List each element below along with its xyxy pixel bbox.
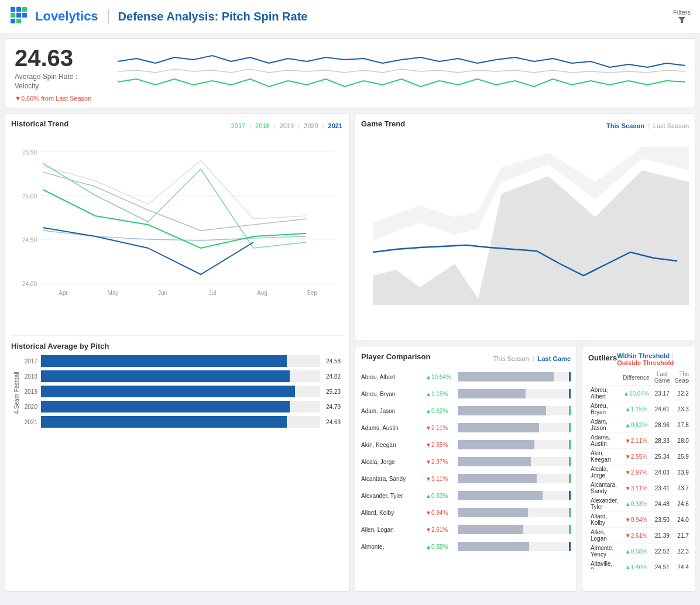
outlier-diff: ▼2.55%: [620, 449, 651, 465]
table-row: Abreu, Bryan ▲1.15% 24.61 23.39 24.33: [588, 401, 689, 417]
outlier-name: Altaville, Dan: [588, 559, 620, 569]
outlier-this-season: 23.73: [672, 480, 689, 496]
kpi-value: 24.63: [15, 45, 108, 71]
bar-outer-2021: [41, 416, 320, 428]
outlier-diff: ▲1.40%: [620, 559, 651, 569]
pc-bar-abreu-bryan: [458, 389, 571, 398]
outlier-this-season: 22.39: [672, 544, 689, 559]
bottom-panels: Player Comparison This Season | Last Gam…: [355, 346, 695, 592]
pc-scroll-area[interactable]: Abreu, Albert ▲10.64% Abreu, Bryan ▲1.15…: [361, 369, 571, 556]
pitch-section-title: Historical Average by Pitch: [11, 342, 344, 350]
table-row: Akin, Keegan ▼2.55% 25.34 25.93 26.01: [588, 449, 689, 465]
svg-text:Aug: Aug: [257, 290, 267, 296]
outlier-last-game: 28.96: [652, 417, 672, 433]
pc-bar-almonte: [458, 542, 571, 551]
filters-button[interactable]: Filters: [673, 9, 691, 24]
bar-value-2019: 25.23: [326, 389, 344, 395]
logo-text: Lovelytics: [35, 9, 98, 24]
bar-year-2021: 2021: [20, 419, 37, 425]
svg-rect-3: [11, 13, 15, 18]
pc-bar-adams-austin: [458, 423, 571, 432]
pc-bar-adam-jason: [458, 406, 571, 415]
outlier-diff: ▼2.61%: [620, 528, 651, 544]
outlier-last-game: 21.39: [652, 528, 672, 544]
bar-value-2017: 24.58: [326, 358, 344, 365]
table-row: Allen, Logan ▼2.61% 21.39 21.78 21.96: [588, 528, 689, 544]
header: Lovelytics Defense Analysis: Pitch Spin …: [0, 0, 700, 33]
season-toggle: This Season | Last Season: [606, 122, 689, 129]
kpi-section: 24.63 Average Spin Rate : Velocity ▼0.66…: [5, 38, 695, 108]
outlier-name: Alcantara, Sandy: [588, 480, 620, 496]
svg-text:25.00: 25.00: [22, 193, 37, 200]
outlier-scroll-area[interactable]: Difference Last Game This Season Last Se…: [588, 370, 689, 569]
pc-title: Player Comparison: [361, 352, 431, 361]
threshold-outside[interactable]: Outside Threshold: [617, 359, 674, 366]
outlier-name: Abreu, Albert: [588, 386, 620, 401]
svg-rect-7: [16, 19, 21, 23]
outlier-this-season: 27.84: [672, 417, 689, 433]
outlier-header: Outliers Within Threshold | Outside Thre…: [588, 352, 689, 366]
svg-text:Apr: Apr: [59, 290, 68, 296]
outlier-this-season: 24.63: [672, 496, 689, 512]
table-row: Alcala, Jorge ▼2.97% 24.03 23.99 24.77: [588, 465, 689, 480]
outlier-last-game: 24.51: [652, 559, 672, 569]
col-name: [588, 370, 620, 386]
outlier-last-game: 25.34: [652, 449, 672, 465]
svg-rect-5: [22, 13, 27, 18]
kpi-change: ▼0.66% from Last Season: [15, 95, 108, 102]
outlier-this-season: 25.93: [672, 449, 689, 465]
outlier-name: Allen, Logan: [588, 528, 620, 544]
outlier-diff: ▼2.11%: [620, 433, 651, 449]
svg-rect-6: [11, 19, 15, 23]
table-row: Alexander, Tyler ▲0.33% 24.48 24.63 24.4…: [588, 496, 689, 512]
bar-fill-2017: [41, 355, 287, 367]
outlier-name: Adam, Jason: [588, 417, 620, 433]
pc-bar-alexander-tyler: [458, 491, 571, 500]
last-season-toggle[interactable]: Last Season: [653, 122, 689, 129]
year-filters: 2017 | 2018 | 2019 | 2020 | 2021: [230, 122, 344, 129]
pc-bar-allen-logan: [458, 525, 571, 534]
pitch-type-label: 4-Seam Fastball: [13, 358, 20, 428]
bar-year-2018: 2018: [20, 373, 37, 380]
outlier-diff: ▼0.94%: [620, 512, 651, 528]
historical-trend-title: Historical Trend: [11, 119, 68, 128]
year-2020[interactable]: 2020: [304, 122, 318, 129]
pc-row-akin-keegan: Akin, Keegan ▼2.55%: [361, 437, 571, 452]
year-2021[interactable]: 2021: [328, 122, 342, 129]
kpi-label2: Velocity: [15, 82, 108, 90]
logo: Lovelytics: [9, 6, 98, 27]
outlier-diff: ▼3.11%: [620, 480, 651, 496]
bar-year-2017: 2017: [20, 358, 37, 365]
year-2018[interactable]: 2018: [255, 122, 269, 129]
outlier-this-season: 24.03: [672, 512, 689, 528]
outlier-this-season: 23.99: [672, 465, 689, 480]
bar-value-2020: 24.79: [326, 404, 344, 410]
svg-rect-4: [16, 13, 21, 18]
pc-bar-alcala-jorge: [458, 457, 571, 466]
table-row: Almonte, Yency ▲0.58% 22.52 22.39 22.39: [588, 544, 689, 559]
outlier-diff: ▲1.15%: [620, 401, 651, 417]
this-season-toggle[interactable]: This Season: [606, 122, 644, 129]
page-title: Defense Analysis: Pitch Spin Rate: [108, 10, 308, 23]
trend-header: Historical Trend 2017 | 2018 | 2019 | 20…: [11, 119, 344, 132]
outlier-threshold: Within Threshold | Outside Threshold: [617, 352, 689, 366]
svg-text:24.00: 24.00: [22, 281, 37, 287]
table-row: Adam, Jason ▲0.62% 28.96 27.84 28.78: [588, 417, 689, 433]
outlier-name: Alcala, Jorge: [588, 465, 620, 480]
table-row: Alcantara, Sandy ▼3.11% 23.41 23.73 24.1…: [588, 480, 689, 496]
pc-bar-allard-kolby: [458, 508, 571, 517]
kpi-label1: Average Spin Rate :: [15, 73, 108, 81]
outlier-this-season: 22.27: [672, 386, 689, 401]
col-diff: Difference: [620, 370, 651, 386]
kpi-left: 24.63 Average Spin Rate : Velocity ▼0.66…: [15, 45, 108, 102]
svg-text:25.50: 25.50: [22, 149, 37, 156]
col-last-game: Last Game: [652, 370, 672, 386]
year-2017[interactable]: 2017: [231, 122, 245, 129]
outlier-last-game: 23.50: [652, 512, 672, 528]
threshold-within[interactable]: Within Threshold: [617, 352, 670, 359]
pc-this-season[interactable]: This Season: [493, 355, 529, 362]
outlier-last-game: 22.52: [652, 544, 672, 559]
pc-last-game[interactable]: Last Game: [538, 355, 571, 362]
bar-fill-2020: [41, 401, 290, 412]
year-2019[interactable]: 2019: [280, 122, 294, 129]
